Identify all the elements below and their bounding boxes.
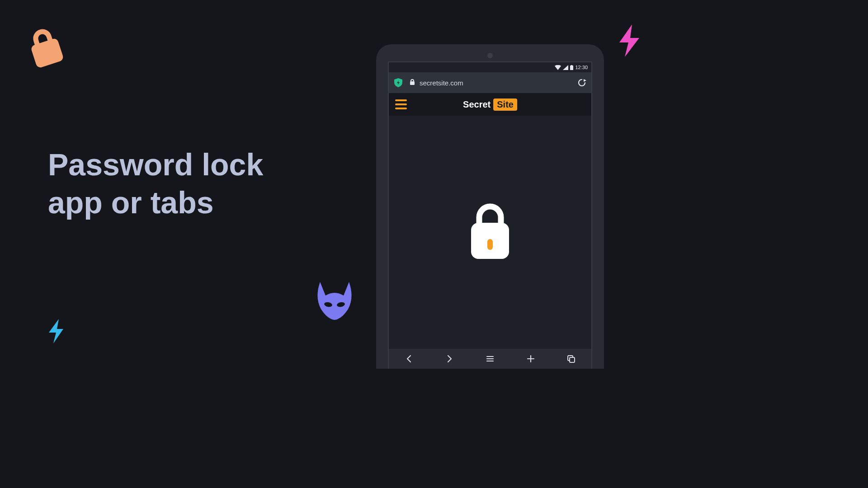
site-title-primary: Secret — [463, 99, 491, 110]
site-title-badge: Site — [493, 99, 517, 111]
svg-rect-8 — [410, 81, 415, 85]
status-time: 12:30 — [575, 65, 588, 70]
menu-icon[interactable] — [395, 99, 407, 109]
add-tab-button[interactable] — [521, 349, 541, 369]
headline-line-1: Password lock — [48, 145, 263, 183]
browser-toolbar — [389, 349, 591, 369]
url-text: secretsite.com — [420, 79, 463, 87]
svg-rect-5 — [570, 66, 573, 70]
svg-marker-1 — [619, 24, 639, 57]
menu-button[interactable] — [480, 349, 500, 369]
site-header: Secret Site — [389, 93, 591, 116]
status-bar: 12:30 — [389, 62, 591, 72]
svg-rect-6 — [571, 65, 572, 66]
tablet-screen: 12:30 secretsite.com — [388, 61, 592, 369]
back-button[interactable] — [399, 349, 419, 369]
lock-icon — [24, 24, 68, 73]
shield-icon[interactable] — [393, 78, 403, 88]
battery-icon — [570, 65, 573, 70]
browser-address-bar: secretsite.com — [389, 72, 591, 93]
tablet-device: 12:30 secretsite.com — [376, 44, 604, 369]
lock-icon — [410, 79, 415, 87]
mask-icon — [312, 277, 357, 324]
svg-rect-11 — [487, 239, 493, 250]
headline: Password lock app or tabs — [48, 145, 263, 222]
locked-content — [389, 116, 591, 349]
camera-dot — [487, 53, 493, 58]
headline-line-2: app or tabs — [48, 183, 263, 221]
reload-icon[interactable] — [577, 78, 587, 88]
wifi-icon — [555, 65, 561, 70]
svg-rect-18 — [570, 357, 575, 362]
cellular-icon — [563, 65, 568, 70]
svg-marker-9 — [584, 79, 586, 82]
url-field[interactable]: secretsite.com — [410, 79, 571, 87]
tabs-button[interactable] — [561, 349, 581, 369]
svg-marker-2 — [49, 319, 63, 343]
lock-icon — [468, 202, 512, 263]
bolt-icon — [45, 318, 67, 346]
bolt-icon — [613, 23, 645, 61]
site-title: Secret Site — [463, 99, 517, 111]
forward-button[interactable] — [439, 349, 459, 369]
